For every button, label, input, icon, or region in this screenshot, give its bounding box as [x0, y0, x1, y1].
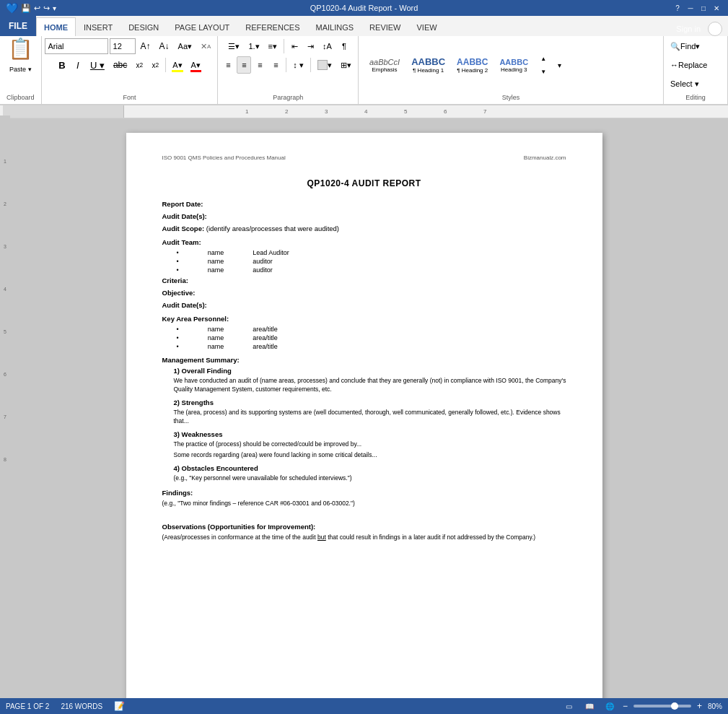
audit-team-list: • name Lead Auditor • name auditor • nam… — [177, 249, 566, 274]
clear-formatting-button[interactable]: ✕A — [197, 38, 214, 55]
objective-field: Objective: — [162, 289, 566, 297]
increase-indent-button[interactable]: ⇥ — [303, 38, 317, 55]
ruler: 1 2 3 4 5 6 7 — [0, 105, 728, 118]
underline-button[interactable]: U ▾ — [87, 56, 108, 74]
status-bar: PAGE 1 OF 2 216 WORDS 📝 ▭ 📖 🌐 − + 80% — [0, 698, 728, 710]
line-spacing-button[interactable]: ↕ ▾ — [289, 56, 307, 74]
audit-dates2-label: Audit Date(s): — [162, 301, 207, 309]
team-member-3: • name auditor — [177, 266, 566, 274]
mgmt-summary-header: Management Summary: — [162, 356, 566, 364]
select-button[interactable]: Select ▾ — [667, 75, 724, 92]
style-heading1[interactable]: AABBC ¶ Heading 1 — [406, 53, 450, 77]
font-group: A↑ A↓ Aa▾ ✕A B I U ▾ abc x2 x2 A▾ — [42, 36, 219, 104]
borders-button[interactable]: ⊞▾ — [337, 56, 355, 74]
audit-scope-label: Audit Scope: — [162, 225, 205, 232]
sort-button[interactable]: ↕A — [319, 38, 336, 55]
tab-page-layout[interactable]: PAGE LAYOUT — [167, 17, 237, 36]
status-left: PAGE 1 OF 2 216 WORDS 📝 — [6, 701, 125, 710]
tab-references[interactable]: REFERENCES — [237, 17, 307, 36]
shading-button[interactable]: ▾ — [314, 56, 336, 74]
minimize-button[interactable]: ─ — [685, 3, 696, 13]
ruler-inner: 1 2 3 4 5 6 7 — [245, 105, 722, 118]
subscript-button[interactable]: x2 — [132, 56, 146, 74]
replace-button[interactable]: ↔ Replace — [667, 56, 724, 74]
sep1 — [165, 58, 166, 72]
show-hide-button[interactable]: ¶ — [337, 38, 351, 55]
sep4 — [310, 58, 311, 72]
more-styles-button[interactable]: ▾ — [552, 53, 566, 77]
doc-header-right: Bizmanualz.com — [524, 154, 566, 161]
tab-insert[interactable]: INSERT — [76, 17, 120, 36]
ribbon-tab-row: FILE HOME INSERT DESIGN PAGE LAYOUT REFE… — [0, 16, 728, 36]
quick-access-redo[interactable]: ↪ — [43, 4, 50, 13]
numbering-button[interactable]: 1.▾ — [245, 38, 263, 55]
close-button[interactable]: ✕ — [711, 3, 722, 13]
section-strengths-body: The (area, process) and its supporting s… — [174, 409, 566, 426]
align-right-button[interactable]: ≡ — [253, 56, 267, 74]
quick-access-save[interactable]: 💾 — [21, 4, 31, 13]
find-button[interactable]: 🔍 Find ▾ — [667, 38, 724, 55]
italic-button[interactable]: I — [71, 56, 85, 74]
page-info: PAGE 1 OF 2 — [6, 702, 49, 710]
increase-font-size-button[interactable]: A↑ — [137, 38, 154, 55]
highlight-color-button[interactable]: A▾ — [169, 56, 185, 74]
strikethrough-button[interactable]: abc — [110, 56, 131, 74]
criteria-field: Criteria: — [162, 277, 566, 284]
zoom-minus[interactable]: − — [623, 701, 628, 710]
section-obstacles: 4) Obstacles Encountered (e.g., "Key per… — [174, 464, 566, 483]
bullets-button[interactable]: ☰▾ — [224, 38, 243, 55]
report-date-field: Report Date: — [162, 200, 566, 208]
style-heading2[interactable]: AABBC ¶ Heading 2 — [452, 53, 493, 77]
font-name-input[interactable] — [45, 38, 108, 54]
paste-dropdown[interactable]: Paste ▾ — [7, 61, 34, 78]
window-controls: ? ─ □ ✕ — [672, 3, 722, 13]
bold-button[interactable]: B — [55, 56, 69, 74]
bullet-dot: • — [177, 258, 179, 265]
zoom-plus[interactable]: + — [697, 701, 702, 710]
print-layout-button[interactable]: ▭ — [562, 697, 576, 710]
zoom-slider[interactable] — [633, 705, 691, 708]
ribbon: FILE HOME INSERT DESIGN PAGE LAYOUT REFE… — [0, 16, 728, 105]
superscript-button[interactable]: x2 — [148, 56, 162, 74]
styles-scroll-up[interactable]: ▲ — [536, 53, 551, 64]
key-person-3: • name area/title — [177, 343, 566, 350]
maximize-button[interactable]: □ — [698, 3, 709, 13]
tab-file[interactable]: FILE — [0, 16, 36, 36]
multilevel-list-button[interactable]: ≡▾ — [265, 38, 281, 55]
doc-header: ISO 9001 QMS Policies and Procedures Man… — [162, 154, 566, 164]
align-left-button[interactable]: ≡ — [221, 56, 235, 74]
web-layout-button[interactable]: 🌐 — [602, 697, 617, 710]
decrease-indent-button[interactable]: ⇤ — [287, 38, 302, 55]
font-color-button[interactable]: A▾ — [188, 56, 204, 74]
editing-label: Editing — [667, 92, 724, 103]
track-changes-icon[interactable]: 📝 — [114, 701, 125, 710]
font-size-input[interactable] — [110, 38, 136, 54]
change-case-button[interactable]: Aa▾ — [175, 38, 196, 55]
audit-dates-field: Audit Date(s): — [162, 212, 566, 220]
style-heading3[interactable]: AABBC Heading 3 — [494, 53, 533, 77]
tab-mailings[interactable]: MAILINGS — [308, 17, 362, 36]
decrease-font-size-button[interactable]: A↓ — [156, 38, 173, 55]
tab-home[interactable]: HOME — [36, 17, 76, 36]
vertical-ruler: 12345678 — [0, 118, 10, 708]
section-overall-body: We have conducted an audit of (name area… — [174, 377, 566, 394]
quick-access-undo[interactable]: ↩ — [34, 4, 40, 13]
audit-dates2-field: Audit Date(s): — [162, 301, 566, 309]
style-emphasis[interactable]: aaBbCcI Emphasis — [364, 53, 405, 77]
styles-scroll-down[interactable]: ▼ — [536, 66, 551, 77]
sign-in-button[interactable]: Sign in — [672, 23, 705, 35]
team-member-2-role: auditor — [253, 258, 273, 265]
tab-review[interactable]: REVIEW — [361, 17, 408, 36]
justify-button[interactable]: ≡ — [268, 56, 283, 74]
findings-text: (e.g., "Two minor findings – reference C… — [162, 500, 566, 508]
key-person-1: • name area/title — [177, 326, 566, 333]
section-obstacles-title: 4) Obstacles Encountered — [174, 464, 566, 472]
doc-title: QP1020-4 AUDIT REPORT — [162, 178, 566, 188]
tab-view[interactable]: VIEW — [409, 17, 445, 36]
tab-design[interactable]: DESIGN — [120, 17, 167, 36]
help-button[interactable]: ? — [672, 3, 683, 13]
align-center-button[interactable]: ≡ — [237, 56, 251, 74]
paste-button[interactable]: 📋 — [8, 39, 33, 59]
read-mode-button[interactable]: 📖 — [582, 697, 597, 710]
editing-group: 🔍 Find ▾ ↔ Replace Select ▾ Editing — [664, 36, 728, 104]
